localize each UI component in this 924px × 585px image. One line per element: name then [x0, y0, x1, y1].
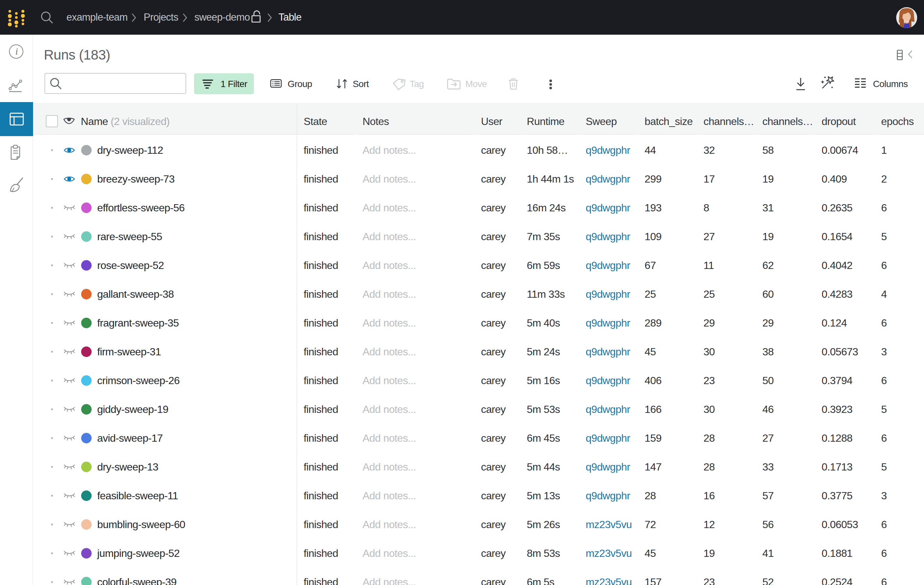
svg-text:i: i [15, 46, 18, 57]
